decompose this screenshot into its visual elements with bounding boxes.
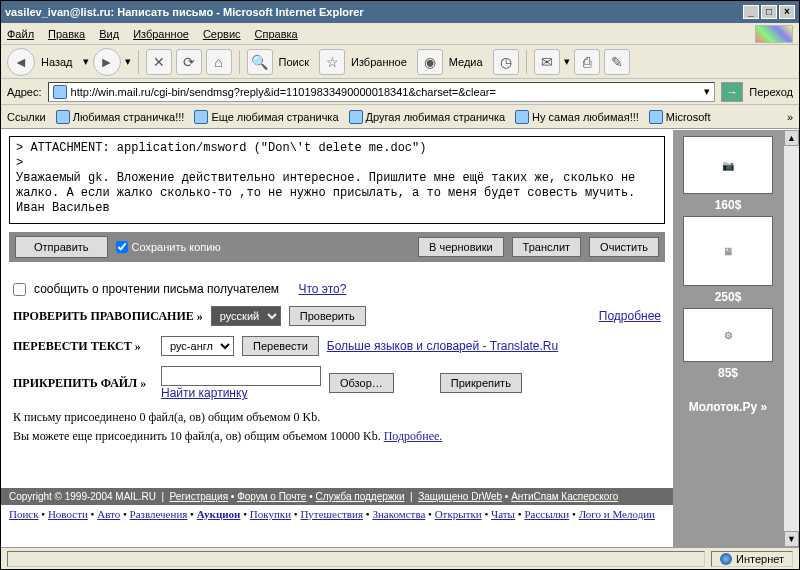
go-label[interactable]: Переход	[749, 86, 793, 98]
savecopy-checkbox[interactable]: Сохранить копию	[116, 241, 221, 253]
translate-button[interactable]: Перевести	[242, 336, 319, 356]
scroll-track[interactable]	[784, 146, 799, 531]
scroll-up-icon[interactable]: ▲	[784, 130, 799, 146]
spell-more-link[interactable]: Подробнее	[599, 309, 661, 323]
back-button[interactable]: ◄	[7, 48, 35, 76]
attach-more-link[interactable]: Подробнее.	[384, 429, 443, 443]
footer-nav-link[interactable]: Авто	[97, 508, 120, 520]
page-icon	[53, 85, 67, 99]
ad-price-1: 160$	[715, 198, 742, 212]
footer-nav-link[interactable]: Развлечения	[130, 508, 188, 520]
search-icon[interactable]: 🔍	[247, 49, 273, 75]
find-image-link[interactable]: Найти картинку	[161, 386, 247, 400]
spell-lang-select[interactable]: русский	[211, 306, 281, 326]
links-bar: Ссылки Любимая страничка!!! Еще любимая …	[1, 105, 799, 129]
chevron-right-icon[interactable]: »	[787, 111, 793, 123]
address-input[interactable]: http://win.mail.ru/cgi-bin/sendmsg?reply…	[48, 82, 716, 102]
dropdown-icon[interactable]: ▾	[704, 85, 710, 98]
footer-kasp[interactable]: АнтиСпам Касперского	[511, 491, 618, 502]
footer-forum[interactable]: Форум о Почте	[237, 491, 306, 502]
ad-3[interactable]: ⚙	[683, 308, 773, 362]
media-icon[interactable]: ◉	[417, 49, 443, 75]
footer-support[interactable]: Служба поддержки	[315, 491, 404, 502]
footer-nav-link[interactable]: Путешествия	[300, 508, 363, 520]
content-area: > ATTACHMENT: application/msword ("Don\'…	[1, 129, 799, 547]
translate-row: Перевести текст » рус-англ Перевести Бол…	[13, 336, 661, 356]
link-5[interactable]: Microsoft	[649, 110, 711, 124]
footer-reg[interactable]: Регистрация	[170, 491, 228, 502]
menu-tools[interactable]: Сервис	[203, 28, 241, 40]
link-1[interactable]: Любимая страничка!!!	[56, 110, 185, 124]
ad-price-3: 85$	[718, 366, 738, 380]
clear-button[interactable]: Очистить	[589, 237, 659, 257]
footer-nav-link[interactable]: Чаты	[491, 508, 515, 520]
separator	[239, 50, 240, 74]
send-button[interactable]: Отправить	[15, 236, 108, 258]
footer-nav-link[interactable]: Поиск	[9, 508, 39, 520]
translit-button[interactable]: Транслит	[512, 237, 582, 257]
maximize-button[interactable]: □	[761, 5, 777, 19]
go-button[interactable]: →	[721, 82, 743, 102]
scroll-down-icon[interactable]: ▼	[784, 531, 799, 547]
scrollbar[interactable]: ▲ ▼	[783, 130, 799, 547]
address-label: Адрес:	[7, 86, 42, 98]
whatis-link[interactable]: Что это?	[298, 282, 346, 296]
mail-button[interactable]: ✉	[534, 49, 560, 75]
print-button[interactable]: ⎙	[574, 49, 600, 75]
attach-row: Прикрепить файл » Найти картинку Обзор… …	[13, 366, 661, 400]
menu-view[interactable]: Вид	[99, 28, 119, 40]
close-button[interactable]: ×	[779, 5, 795, 19]
action-row: Отправить Сохранить копию В черновики Тр…	[9, 232, 665, 262]
footer-nav-link[interactable]: Рассылки	[524, 508, 569, 520]
ad-price-2: 250$	[715, 290, 742, 304]
ad-2[interactable]: 🖥	[683, 216, 773, 286]
address-url: http://win.mail.ru/cgi-bin/sendmsg?reply…	[71, 86, 701, 98]
globe-icon	[720, 553, 732, 565]
footer-drweb[interactable]: Защищено DrWeb	[418, 491, 502, 502]
spell-button[interactable]: Проверить	[289, 306, 366, 326]
link-4[interactable]: Ну самая любимая!!!	[515, 110, 639, 124]
footer-nav-link[interactable]: Аукцион	[197, 508, 241, 520]
attach-label: Прикрепить файл »	[13, 376, 153, 391]
footer-nav-link[interactable]: Знакомства	[372, 508, 425, 520]
attach-info-2: Вы можете еще присоединить 10 файл(а, ов…	[13, 429, 661, 444]
page-icon	[56, 110, 70, 124]
menu-file[interactable]: Файл	[7, 28, 34, 40]
footer-nav-link[interactable]: Новости	[48, 508, 88, 520]
attach-file-input[interactable]	[161, 366, 321, 386]
form-area: сообщить о прочтении письма получателем …	[1, 262, 673, 458]
spell-row: Проверить правописание » русский Провери…	[13, 306, 661, 326]
footer-nav-link[interactable]: Открытки	[435, 508, 482, 520]
favorites-label[interactable]: Избранное	[351, 56, 407, 68]
edit-button[interactable]: ✎	[604, 49, 630, 75]
menu-edit[interactable]: Правка	[48, 28, 85, 40]
window-buttons: _ □ ×	[743, 5, 795, 19]
history-button[interactable]: ◷	[493, 49, 519, 75]
search-label[interactable]: Поиск	[279, 56, 309, 68]
home-button[interactable]: ⌂	[206, 49, 232, 75]
link-2[interactable]: Еще любимая страничка	[194, 110, 338, 124]
attach-button[interactable]: Прикрепить	[440, 373, 522, 393]
stop-button[interactable]: ✕	[146, 49, 172, 75]
refresh-button[interactable]: ⟳	[176, 49, 202, 75]
status-cell	[7, 551, 705, 567]
forward-button[interactable]: ►	[93, 48, 121, 76]
menu-help[interactable]: Справка	[255, 28, 298, 40]
ad-brand[interactable]: Молоток.Ру »	[689, 400, 768, 414]
minimize-button[interactable]: _	[743, 5, 759, 19]
browse-button[interactable]: Обзор…	[329, 373, 394, 393]
menu-favorites[interactable]: Избранное	[133, 28, 189, 40]
footer-nav-link[interactable]: Покупки	[250, 508, 291, 520]
message-textarea[interactable]: > ATTACHMENT: application/msword ("Don\'…	[9, 136, 665, 224]
drafts-button[interactable]: В черновики	[418, 237, 504, 257]
footer-nav-link[interactable]: Лого и Мелодии	[579, 508, 655, 520]
favorites-icon[interactable]: ☆	[319, 49, 345, 75]
spell-label: Проверить правописание »	[13, 309, 203, 324]
translate-more-link[interactable]: Больше языков и словарей - Translate.Ru	[327, 339, 558, 353]
ad-1[interactable]: 📷	[683, 136, 773, 194]
translate-pair-select[interactable]: рус-англ	[161, 336, 234, 356]
titlebar: vasilev_ivan@list.ru: Написать письмо - …	[1, 1, 799, 23]
notify-checkbox[interactable]	[13, 283, 26, 296]
media-label[interactable]: Медиа	[449, 56, 483, 68]
link-3[interactable]: Другая любимая страничка	[349, 110, 506, 124]
